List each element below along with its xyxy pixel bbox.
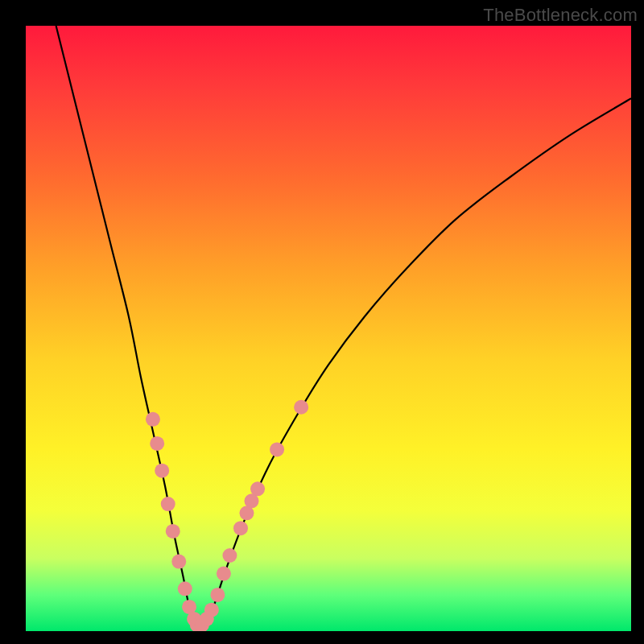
curve-layer (56, 26, 631, 627)
data-marker (155, 464, 169, 478)
bottleneck-curve (56, 26, 631, 627)
data-marker (217, 567, 231, 581)
data-marker (150, 436, 164, 451)
chart-frame: TheBottleneck.com (0, 0, 644, 644)
data-marker (161, 497, 175, 511)
data-marker (270, 442, 284, 456)
watermark-text: TheBottleneck.com (483, 5, 638, 26)
data-marker (166, 524, 180, 539)
data-marker (233, 521, 248, 535)
data-marker (222, 548, 237, 563)
data-marker (250, 481, 265, 496)
data-marker (178, 581, 192, 596)
data-marker (171, 555, 186, 569)
data-marker (210, 588, 225, 602)
plot-area (26, 26, 631, 631)
chart-svg (26, 26, 631, 631)
data-marker (294, 400, 308, 415)
data-marker (204, 603, 219, 617)
data-marker (146, 412, 160, 427)
